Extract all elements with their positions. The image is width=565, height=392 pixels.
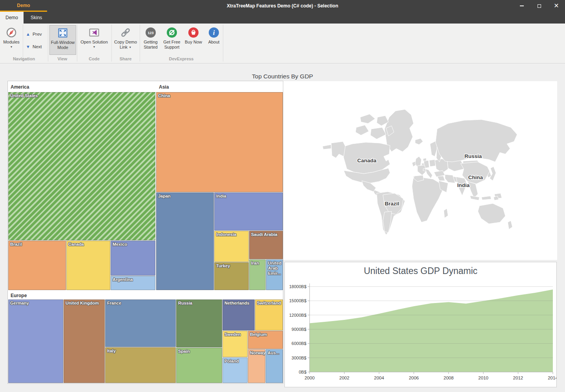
treemap-tile-label: Belgium — [248, 331, 283, 338]
map-country-iraq — [437, 176, 445, 181]
map-country-usa[interactable] — [323, 145, 331, 149]
treemap-tile-label: Japan — [156, 192, 214, 200]
treemap-tile-china[interactable]: China — [156, 92, 283, 192]
treemap-tile-label: Italy — [105, 347, 176, 355]
treemap-tile-label: Poland — [222, 358, 248, 365]
treemap-tile-label: United States — [8, 92, 155, 100]
maximize-button[interactable] — [530, 0, 548, 12]
full-window-mode-button[interactable]: Full-Window Mode — [49, 25, 76, 55]
treemap-tile-france[interactable]: France — [105, 299, 176, 347]
treemap-tile-united-kingdom[interactable]: United Kingdom — [64, 299, 105, 383]
treemap-tile-label: France — [105, 299, 176, 307]
treemap-tile-norway[interactable]: Norway — [248, 349, 265, 383]
treemap-tile-italy[interactable]: Italy — [105, 347, 176, 383]
group-label-devexpress: DevExpress — [140, 56, 223, 62]
map-label-canada: Canada — [357, 158, 377, 163]
treemap-tile-label: Saudi Arabia — [249, 231, 283, 238]
window-title: XtraTreeMap Features Demo (C# code) - Se… — [0, 0, 565, 12]
treemap-tile-poland[interactable]: Poland — [222, 358, 248, 383]
getting-started-button[interactable]: 123 Getting Started — [141, 25, 160, 55]
map-country-canada[interactable] — [370, 127, 386, 139]
treemap-tile-label: United Kingdom — [64, 299, 105, 307]
treemap-tile-germany[interactable]: Germany — [8, 299, 63, 383]
buy-now-button[interactable]: Buy Now — [183, 25, 204, 55]
treemap-tile-brazil[interactable]: Brazil — [8, 241, 66, 290]
x-axis-tick-label: 2010 — [478, 376, 488, 380]
treemap-tile-india[interactable]: India — [214, 192, 283, 230]
close-button[interactable]: ✕ — [548, 0, 565, 12]
treemap-tile-aus[interactable]: Aus... — [266, 349, 283, 383]
map-country-argentina[interactable] — [383, 211, 392, 232]
treemap-tile-netherlands[interactable]: Netherlands — [222, 299, 255, 330]
treemap-tile-label: Netherlands — [222, 299, 255, 307]
treemap-tile-label: Sweden — [222, 331, 248, 338]
chart-title: United States GDP Dynamic — [285, 266, 556, 276]
map-country-poland[interactable] — [429, 160, 436, 167]
map-country-usa[interactable] — [331, 142, 345, 158]
close-icon: ✕ — [554, 3, 559, 9]
buy-now-label: Buy Now — [183, 40, 204, 45]
treemap-tile-sweden[interactable]: Sweden — [222, 331, 248, 357]
treemap-tile-united-states[interactable]: United States — [8, 92, 155, 240]
treemap-tile-turkey[interactable]: Turkey — [214, 262, 249, 290]
modules-button[interactable]: Modules ▼ — [1, 25, 22, 55]
treemap-tile-spain[interactable]: Spain — [176, 348, 222, 383]
map-country-iran[interactable] — [445, 174, 455, 183]
minimize-icon — [520, 5, 524, 6]
treemap-tile-belgium[interactable]: Belgium — [248, 331, 283, 349]
treemap-tile-japan[interactable]: Japan — [156, 192, 214, 290]
treemap-tile-saudi-arabia[interactable]: Saudi Arabia — [249, 231, 283, 259]
treemap-tile-mexico[interactable]: Mexico — [111, 241, 155, 276]
tab-skins[interactable]: Skins — [24, 12, 49, 24]
prev-button[interactable]: ▲ Prev — [26, 30, 42, 38]
map-country-indonesia[interactable] — [494, 196, 499, 200]
treemap-group-asia: Asia — [156, 81, 283, 92]
app-menu-button[interactable]: Demo — [0, 0, 47, 11]
svg-text:i: i — [213, 29, 215, 36]
full-window-mode-label: Full-Window Mode — [50, 40, 76, 50]
treemap-tile-switzerland[interactable]: Switzerland — [255, 299, 283, 330]
get-free-support-button[interactable]: Get Free Support — [161, 25, 182, 55]
link-icon — [119, 26, 132, 39]
window-controls: ✕ — [513, 0, 565, 12]
treemap-tile-russia[interactable]: Russia — [176, 299, 222, 347]
treemap-tile-label: Russia — [176, 299, 222, 307]
minimize-button[interactable] — [513, 0, 530, 12]
main-content: Top Countries By GDP AmericaUnited State… — [0, 64, 565, 392]
y-axis-tick-label: 3000B$ — [292, 356, 306, 360]
info-icon: i — [208, 26, 220, 39]
treemap-tile-indonesia[interactable]: Indonesia — [214, 231, 249, 262]
x-axis-tick-label: 2002 — [339, 376, 350, 380]
treemap-tile-argentina[interactable]: Argentina — [111, 276, 155, 290]
treemap-tile-label: Germany — [8, 299, 63, 307]
prev-next-column: ▲ Prev ▼ Next — [24, 25, 47, 55]
treemap-tile-label: Mexico — [111, 241, 155, 248]
group-label-code: Code — [77, 56, 111, 62]
treemap-tile-canada[interactable]: Canada — [66, 241, 110, 290]
getting-started-label: Getting Started — [141, 40, 160, 50]
treemap-tile-iran[interactable]: Iran — [249, 260, 266, 290]
y-axis-tick-label: 18000B$ — [289, 284, 306, 289]
map-country-canada[interactable] — [360, 114, 375, 123]
prev-label: Prev — [33, 32, 42, 36]
treemap-tile-label: Turkey — [214, 262, 249, 270]
x-axis-tick-label: 2004 — [374, 376, 384, 380]
map-country-africa — [412, 176, 443, 222]
map-country-indonesia[interactable] — [470, 196, 479, 200]
next-button[interactable]: ▼ Next — [26, 42, 42, 51]
map-country-canada[interactable] — [355, 125, 369, 135]
treemap-tile-label: Switzerland — [255, 299, 283, 307]
map-country-italy[interactable] — [425, 169, 432, 178]
map-country-indonesia[interactable] — [481, 196, 491, 200]
world-map-panel: CanadaBrazilRussiaChinaIndia — [283, 81, 557, 260]
map-country-central-asia — [447, 160, 464, 171]
world-map: CanadaBrazilRussiaChinaIndia — [283, 81, 557, 260]
treemap-tile-label: Brazil — [8, 241, 66, 248]
open-solution-button[interactable]: Open Solution ▼ — [78, 25, 110, 55]
about-button[interactable]: i About — [206, 25, 222, 55]
y-axis-tick-label: 0B$ — [299, 370, 306, 374]
tab-demo[interactable]: Demo — [0, 12, 24, 24]
copy-demo-link-button[interactable]: Copy Demo Link▼ — [113, 25, 139, 55]
treemap-tile-united-arab-emir[interactable]: United Arab Emir... — [266, 260, 283, 290]
basket-icon — [187, 26, 200, 39]
